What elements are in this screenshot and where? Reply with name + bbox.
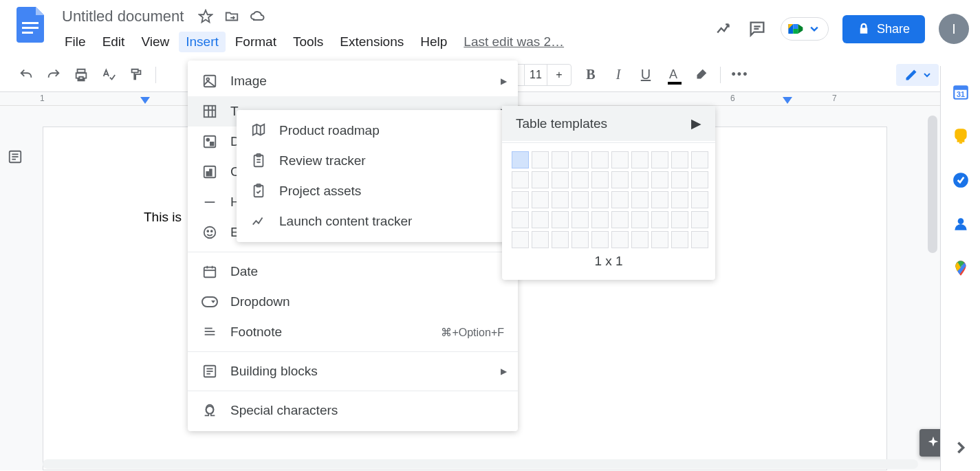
- account-avatar[interactable]: I: [939, 14, 969, 44]
- table-grid-cell[interactable]: [532, 231, 549, 248]
- menu-view[interactable]: View: [134, 32, 176, 52]
- menu-file[interactable]: File: [58, 32, 93, 52]
- table-grid-cell[interactable]: [671, 171, 688, 188]
- horizontal-scrollbar[interactable]: [43, 459, 918, 469]
- star-icon[interactable]: [197, 8, 214, 25]
- move-icon[interactable]: [224, 8, 240, 25]
- bold-button[interactable]: B: [578, 63, 603, 87]
- font-size-value[interactable]: 11: [524, 65, 547, 85]
- table-grid-cell[interactable]: [512, 191, 529, 208]
- menu-tools[interactable]: Tools: [286, 32, 330, 52]
- table-grid-cell[interactable]: [552, 231, 569, 248]
- table-grid-cell[interactable]: [671, 191, 688, 208]
- underline-button[interactable]: U: [633, 63, 658, 87]
- table-grid-cell[interactable]: [552, 151, 569, 168]
- redo-button[interactable]: [41, 63, 66, 87]
- docs-logo-icon[interactable]: [11, 6, 50, 44]
- table-grid-cell[interactable]: [631, 171, 649, 188]
- last-edit-link[interactable]: Last edit was 2…: [457, 32, 571, 52]
- table-template-review[interactable]: Review tracker: [237, 146, 519, 176]
- table-grid-cell[interactable]: [591, 191, 609, 208]
- table-grid-cell[interactable]: [591, 151, 609, 168]
- print-button[interactable]: [69, 63, 94, 87]
- comments-icon[interactable]: [748, 19, 767, 39]
- table-grid-cell[interactable]: [611, 151, 629, 168]
- table-grid-cell[interactable]: [671, 231, 688, 248]
- table-grid-cell[interactable]: [591, 171, 609, 188]
- table-grid-cell[interactable]: [571, 151, 589, 168]
- insert-menu-item-date[interactable]: Date: [188, 256, 518, 287]
- insert-menu-item-special[interactable]: Special characters: [188, 395, 518, 426]
- table-grid-cell[interactable]: [552, 191, 569, 208]
- spellcheck-button[interactable]: [96, 63, 121, 87]
- menu-format[interactable]: Format: [228, 32, 283, 52]
- table-grid-cell[interactable]: [631, 211, 649, 228]
- cloud-status-icon[interactable]: [250, 8, 266, 25]
- menu-help[interactable]: Help: [413, 32, 454, 52]
- italic-button[interactable]: I: [606, 63, 631, 87]
- table-grid-cell[interactable]: [691, 151, 708, 168]
- table-template-assets[interactable]: Project assets: [237, 176, 519, 206]
- meet-button[interactable]: [781, 17, 829, 41]
- table-grid-cell[interactable]: [571, 191, 589, 208]
- tasks-addon-icon[interactable]: [951, 171, 970, 190]
- table-grid-cell[interactable]: [512, 171, 529, 188]
- menu-extensions[interactable]: Extensions: [333, 32, 411, 52]
- paint-format-button[interactable]: [124, 63, 149, 87]
- table-grid-cell[interactable]: [651, 231, 668, 248]
- table-grid-cell[interactable]: [571, 231, 589, 248]
- table-grid-cell[interactable]: [671, 211, 688, 228]
- table-grid-cell[interactable]: [611, 211, 629, 228]
- vertical-scrollbar[interactable]: [928, 116, 937, 253]
- table-grid-cell[interactable]: [512, 151, 529, 168]
- table-grid-cell[interactable]: [571, 171, 589, 188]
- insert-menu-item-image[interactable]: Image▶: [188, 66, 518, 96]
- table-template-launch[interactable]: Launch content tracker: [237, 206, 519, 237]
- table-grid-cell[interactable]: [651, 151, 668, 168]
- side-panel-expand-button[interactable]: [951, 438, 970, 457]
- editing-mode-button[interactable]: [896, 64, 939, 86]
- table-templates-header[interactable]: Table templates ▶: [502, 106, 715, 141]
- calendar-addon-icon[interactable]: 31: [951, 83, 970, 102]
- keep-addon-icon[interactable]: [951, 127, 970, 146]
- table-grid-cell[interactable]: [651, 211, 668, 228]
- table-grid-cell[interactable]: [512, 211, 529, 228]
- doc-title[interactable]: Untitled document: [58, 6, 188, 27]
- table-grid-cell[interactable]: [591, 231, 609, 248]
- table-grid-cell[interactable]: [611, 231, 629, 248]
- table-grid-cell[interactable]: [611, 191, 629, 208]
- insert-menu-item-footnote[interactable]: Footnote⌘+Option+F: [188, 317, 518, 347]
- table-grid-cell[interactable]: [631, 231, 649, 248]
- table-grid-cell[interactable]: [611, 171, 629, 188]
- table-grid-cell[interactable]: [671, 151, 688, 168]
- table-grid-cell[interactable]: [552, 171, 569, 188]
- insert-menu-item-dropdown[interactable]: Dropdown: [188, 287, 518, 317]
- table-grid-cell[interactable]: [552, 211, 569, 228]
- undo-button[interactable]: [14, 63, 39, 87]
- contacts-addon-icon[interactable]: [951, 215, 970, 234]
- table-grid-cell[interactable]: [631, 191, 649, 208]
- table-grid-cell[interactable]: [691, 231, 708, 248]
- table-grid-cell[interactable]: [532, 191, 549, 208]
- table-grid-cell[interactable]: [532, 151, 549, 168]
- table-grid-cell[interactable]: [512, 231, 529, 248]
- table-grid-cell[interactable]: [532, 171, 549, 188]
- table-grid-cell[interactable]: [591, 211, 609, 228]
- menu-insert[interactable]: Insert: [179, 32, 226, 52]
- share-button[interactable]: Share: [842, 15, 925, 43]
- highlight-button[interactable]: [688, 63, 713, 87]
- table-grid-cell[interactable]: [631, 151, 649, 168]
- menu-edit[interactable]: Edit: [96, 32, 132, 52]
- table-grid-cell[interactable]: [571, 211, 589, 228]
- table-size-grid[interactable]: [512, 151, 706, 248]
- font-size-increase[interactable]: +: [547, 65, 571, 85]
- table-template-roadmap[interactable]: Product roadmap: [237, 116, 519, 146]
- table-grid-cell[interactable]: [651, 191, 668, 208]
- table-grid-cell[interactable]: [691, 171, 708, 188]
- text-color-button[interactable]: A: [661, 63, 686, 87]
- outline-toggle-button[interactable]: [6, 147, 25, 166]
- table-grid-cell[interactable]: [691, 191, 708, 208]
- maps-addon-icon[interactable]: [951, 259, 970, 278]
- more-tools-button[interactable]: •••: [728, 63, 752, 87]
- table-grid-cell[interactable]: [691, 211, 708, 228]
